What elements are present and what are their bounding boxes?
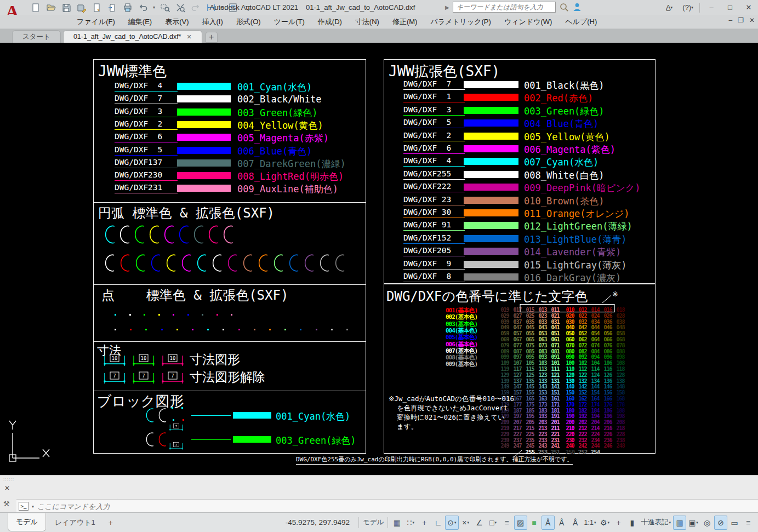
signin-user-icon[interactable] [572,2,582,12]
model-space-button[interactable]: モデル [361,516,385,530]
plus-tool-icon[interactable]: + [612,516,625,530]
command-close-icon[interactable]: ✕ [4,484,10,492]
save-as-icon[interactable] [75,2,89,14]
color-number-cell: 158 [614,390,627,396]
command-grip-handle[interactable]: ············ [3,478,15,482]
annotation-monitor-icon[interactable]: ▮ [625,516,639,530]
drawing-canvas[interactable]: JWW標準色 DWG/DXF 4001_Cyan(水色)DWG/DXF 7002… [0,43,758,475]
new-layout-button[interactable]: + [104,516,117,529]
ortho-mode-icon[interactable]: ∟ [431,516,444,530]
viewport-scale-dropdown-icon[interactable]: ▾ [594,520,596,525]
units-dropdown-icon[interactable]: ▾ [669,520,671,525]
customization-icon[interactable]: ≡ [742,516,755,530]
undo-dropdown-icon[interactable]: ▾ [151,2,157,14]
annotation-scale-icon[interactable]: Å [569,516,582,530]
command-prompt-icon[interactable]: >_ [19,502,29,511]
panel-jww-standard: JWW標準色 DWG/DXF 4001_Cyan(水色)DWG/DXF 7002… [93,59,366,454]
autodesk-app-icon[interactable]: A̲ ▾ [662,2,676,14]
grid-display-icon[interactable]: ▦ [390,516,403,530]
color-row: DWG/DXF 4001_Cyan(水色) [94,81,366,93]
color-row: DWG/DXF 91012_LightGreen(薄緑) [384,220,655,232]
object-snap-tracking-icon[interactable]: ×▾ [459,516,472,530]
lineweight-icon[interactable]: ≡ [500,516,514,530]
color-number-cell: 125 [523,372,537,378]
color-swatch [177,134,231,141]
units-button[interactable]: 十進表記▾ [639,516,672,530]
quick-properties-icon[interactable]: ▥ [673,516,686,530]
save-to-web-mobile-icon[interactable] [105,2,119,14]
hardware-acceleration-icon[interactable]: ⊘ [714,516,727,530]
tab-document[interactable]: 01-1_aft_Jw_cad_to_AotoCAD.dxf* ✕ [63,30,202,43]
object-snap-dropdown-icon[interactable]: ▾ [495,520,497,525]
menu-view[interactable]: 表示(V) [158,15,195,29]
isolate-objects-icon[interactable]: ◎ [700,516,714,530]
open-from-web-mobile-icon[interactable] [90,2,104,14]
isometric-drafting-glyph: ∠ [476,518,483,527]
menu-draw[interactable]: 作成(D) [311,15,349,29]
workspace-switching-icon[interactable]: ⚙▾ [598,516,611,530]
object-snap-tracking-dropdown-icon[interactable]: ▾ [467,520,469,525]
undo-icon[interactable] [136,2,150,14]
polar-tracking-icon[interactable]: ⊙▾ [445,516,458,530]
tab-close-icon[interactable]: ✕ [187,33,192,41]
save-icon[interactable] [59,2,73,14]
maximize-button[interactable]: □ [723,2,737,14]
lock-ui-icon[interactable]: ▣▾ [687,516,700,530]
tab-start[interactable]: スタート [12,30,61,43]
menu-format[interactable]: 形式(O) [230,15,267,29]
search-icon[interactable] [559,2,569,12]
viewport-scale-button[interactable]: 1:1▾ [583,516,598,530]
doc-minimize-button[interactable]: – [728,16,732,24]
dimension-figure: 7 [162,371,184,387]
menu-parametric[interactable]: パラメトリック(P) [424,15,497,29]
menu-tools[interactable]: ツール(T) [267,15,311,29]
search-category-arrow[interactable]: ▶ [445,4,449,10]
block-label: 003_Green(緑色) [276,434,356,447]
color-number-cell: 247 [511,443,524,449]
doc-restore-button[interactable]: ❐ [738,16,744,24]
help-icon[interactable]: (?) ▾ [681,2,695,14]
menu-help[interactable]: ヘルプ(H) [558,15,603,29]
new-tab-button[interactable]: + [206,32,218,43]
minimize-button[interactable]: – [704,2,719,14]
object-snap-icon[interactable]: □▾ [487,516,500,530]
command-wrench-icon[interactable]: ⚒ [3,500,10,508]
doc-close-button[interactable]: ✕ [749,16,755,24]
menu-file[interactable]: ファイル(F) [70,15,122,29]
model-tab[interactable]: モデル [8,513,46,531]
menu-window-menu[interactable]: ウィンドウ(W) [498,15,558,29]
annotation-autoscale-icon[interactable]: Å [555,516,568,530]
menu-insert[interactable]: 挿入(I) [196,15,230,29]
snap-mode-icon[interactable]: ∷▾ [404,516,417,530]
color-number-cell: 049 [498,324,511,330]
isometric-drafting-icon[interactable]: ∠ [473,516,486,530]
menu-edit[interactable]: 編集(E) [122,15,158,29]
menu-modify[interactable]: 修正(M) [386,15,424,29]
color-name-label: 013_LightBlue(薄青) [524,233,627,246]
zoom-window-icon[interactable] [158,2,172,14]
open-file-icon[interactable] [44,2,58,14]
annotation-visibility-icon[interactable]: Å [542,516,555,530]
workspace-switching-dropdown-icon[interactable]: ▾ [608,520,610,525]
color-row: DWG/DXF 5004_Blue(青色) [384,118,655,130]
color-number-cell: 056 [601,330,614,336]
menu-dimension[interactable]: 寸法(N) [349,15,386,29]
color-number-cell: 120 [563,372,577,378]
clean-screen-icon[interactable]: ▭ [728,516,741,530]
layout1-tab[interactable]: レイアウト1 [47,514,103,531]
close-button[interactable]: ✕ [742,2,756,14]
command-input[interactable] [37,502,257,511]
command-dropdown-icon[interactable]: ▾ [32,504,34,509]
annotation-monitor-glyph: ▮ [630,518,635,527]
selection-cycling-icon[interactable]: ■ [528,516,541,530]
polar-tracking-dropdown-icon[interactable]: ▾ [454,520,457,525]
search-input[interactable] [453,2,556,13]
color-number-cell: 193 [536,413,549,419]
lock-ui-dropdown-icon[interactable]: ▾ [696,520,698,525]
color-row: DWG/DXF 6005_Magenta(赤紫) [94,132,366,144]
dynamic-input-icon[interactable]: + [418,516,431,530]
snap-mode-dropdown-icon[interactable]: ▾ [413,520,415,525]
transparency-icon[interactable]: ▨ [514,516,527,530]
new-file-icon[interactable] [29,2,43,14]
plot-icon[interactable] [121,2,135,14]
